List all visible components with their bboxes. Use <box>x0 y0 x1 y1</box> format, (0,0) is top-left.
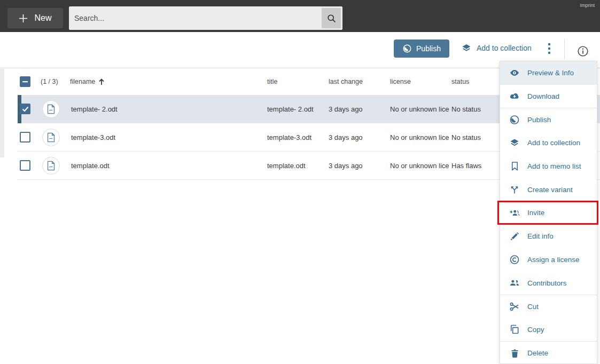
menu-item-cut[interactable]: Cut <box>500 295 597 318</box>
menu-item-label: Invite <box>527 209 544 217</box>
menu-item-label: Assign a license <box>527 256 580 264</box>
cell-filename: template- 2.odt <box>71 105 118 113</box>
info-button[interactable] <box>577 45 589 57</box>
toolbar-divider <box>564 39 565 59</box>
search-button[interactable] <box>322 8 341 28</box>
menu-item-label: Download <box>527 92 559 100</box>
cell-status: No status <box>451 105 481 113</box>
layers-icon <box>461 43 472 53</box>
row-checkbox[interactable] <box>20 104 30 114</box>
context-menu: Preview & Info Download Publish Add to c… <box>500 61 597 364</box>
document-icon <box>42 129 60 146</box>
cell-filename: template-3.odt <box>71 133 115 141</box>
cloud-download-icon <box>509 91 520 102</box>
column-header-title[interactable]: title <box>267 78 277 85</box>
add-to-collection-button[interactable]: Add to collection <box>461 43 532 53</box>
new-button[interactable]: New <box>7 8 63 28</box>
cell-status: Has flaws <box>451 162 481 170</box>
scissors-icon <box>509 301 520 312</box>
menu-item-label: Preview & Info <box>527 69 574 77</box>
pencil-icon <box>509 231 520 242</box>
cell-license: No or unknown lice <box>390 162 450 170</box>
globe-icon <box>402 44 412 53</box>
menu-item-label: Edit info <box>527 232 554 240</box>
menu-item-invite[interactable]: Invite <box>500 201 597 225</box>
menu-item-delete[interactable]: Delete <box>500 341 597 364</box>
menu-item-label: Cut <box>527 303 539 311</box>
bookmark-icon <box>509 161 520 172</box>
menu-item-create-variant[interactable]: Create variant <box>500 178 597 201</box>
cell-last-change: 3 days ago <box>329 105 363 113</box>
cell-status: No status <box>451 133 481 141</box>
menu-item-contributors[interactable]: Contributors <box>500 271 597 295</box>
search-input[interactable] <box>69 6 315 30</box>
column-header-status[interactable]: status <box>451 78 469 85</box>
menu-item-label: Publish <box>527 116 551 124</box>
cell-title: template-3.odt <box>267 133 311 141</box>
trash-icon <box>509 348 520 359</box>
menu-item-preview-info[interactable]: Preview & Info <box>500 61 597 85</box>
copyright-icon <box>509 254 520 265</box>
search-box <box>69 6 342 30</box>
cell-license: No or unknown lice <box>390 133 450 141</box>
row-checkbox[interactable] <box>20 132 30 143</box>
copy-icon <box>509 324 520 335</box>
cell-filename: template.odt <box>71 162 110 170</box>
cell-title: template.odt <box>267 162 306 170</box>
cell-license: No or unknown lice <box>390 105 450 113</box>
menu-item-add-to-collection[interactable]: Add to collection <box>500 131 597 155</box>
column-header-last-change[interactable]: last change <box>329 78 363 85</box>
menu-item-label: Delete <box>527 349 548 357</box>
row-checkbox[interactable] <box>20 160 30 171</box>
top-bar: New Imprint <box>0 0 600 32</box>
people-icon <box>509 278 520 288</box>
variant-icon <box>509 184 520 195</box>
publish-button[interactable]: Publish <box>394 39 449 58</box>
menu-item-label: Contributors <box>527 279 567 287</box>
search-icon <box>326 13 337 23</box>
plus-icon <box>19 14 28 23</box>
menu-item-download[interactable]: Download <box>500 85 597 108</box>
new-button-label: New <box>34 13 51 23</box>
cell-title: template- 2.odt <box>267 105 314 113</box>
column-header-license[interactable]: license <box>390 78 411 85</box>
add-to-collection-label: Add to collection <box>477 44 532 52</box>
menu-item-label: Add to memo list <box>527 162 581 170</box>
kebab-menu-icon <box>548 43 551 54</box>
menu-item-copy[interactable]: Copy <box>500 318 597 342</box>
info-icon <box>577 45 589 57</box>
sort-ascending-icon <box>98 78 105 85</box>
layers-icon <box>509 138 520 148</box>
menu-item-edit-info[interactable]: Edit info <box>500 225 597 248</box>
menu-item-label: Add to collection <box>527 139 580 147</box>
menu-item-publish[interactable]: Publish <box>500 108 597 131</box>
select-all-checkbox[interactable] <box>20 76 30 87</box>
cell-last-change: 3 days ago <box>329 133 363 141</box>
column-header-filename[interactable]: filename <box>70 78 105 85</box>
globe-icon <box>509 115 520 125</box>
more-actions-button[interactable] <box>542 41 557 56</box>
menu-item-label: Copy <box>527 326 544 334</box>
selection-count: (1 / 3) <box>41 78 58 85</box>
document-icon <box>42 157 60 175</box>
publish-button-label: Publish <box>416 44 441 53</box>
menu-item-label: Create variant <box>527 186 573 194</box>
menu-item-add-to-memo-list[interactable]: Add to memo list <box>500 155 597 178</box>
imprint-link[interactable]: Imprint <box>580 3 595 8</box>
invite-person-icon <box>509 208 520 218</box>
cell-last-change: 3 days ago <box>329 162 363 170</box>
eye-icon <box>509 68 520 78</box>
document-icon <box>42 100 60 118</box>
menu-item-assign-license[interactable]: Assign a license <box>500 248 597 272</box>
